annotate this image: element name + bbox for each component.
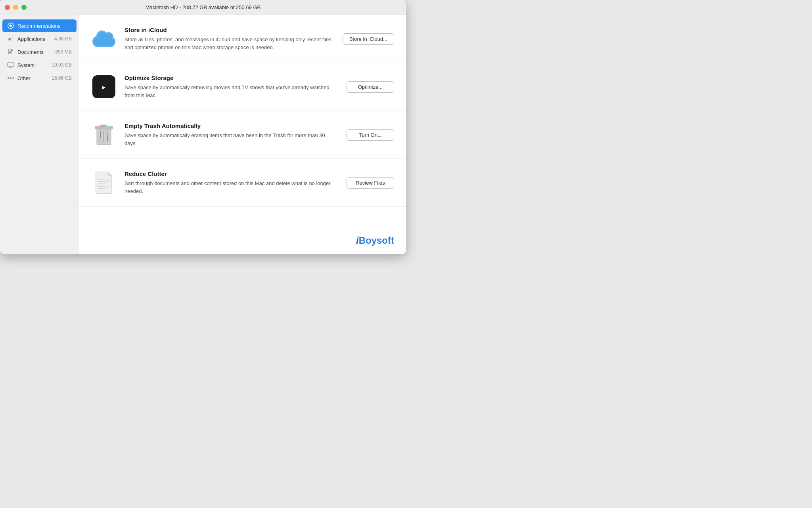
icloud-action: Store in iCloud...: [343, 33, 394, 45]
maximize-button[interactable]: [21, 5, 27, 10]
sidebar: Recommendations Applications 4.36 GB: [0, 15, 79, 254]
icloud-title: Store in iCloud: [124, 27, 335, 33]
sidebar-item-documents[interactable]: Documents 653 MB: [2, 46, 77, 58]
trash-description: Save space by automatically erasing item…: [124, 132, 339, 147]
optimize-button[interactable]: Optimize...: [347, 81, 394, 93]
icloud-button[interactable]: Store in iCloud...: [343, 33, 394, 45]
other-icon: [7, 74, 14, 82]
svg-point-8: [8, 77, 9, 79]
sidebar-item-system[interactable]: System 19.93 GB: [2, 59, 77, 71]
trash-text: Empty Trash Automatically Save space by …: [124, 122, 339, 147]
recommendation-optimize: ▶ Optimize Storage Save space by automat…: [79, 63, 406, 111]
iboysoft-watermark: iBoysoft: [356, 235, 394, 246]
sidebar-item-recommendations[interactable]: Recommendations: [2, 19, 77, 32]
applications-label: Applications: [17, 36, 51, 42]
clutter-action: Review Files: [347, 177, 394, 189]
system-size: 19.93 GB: [52, 62, 72, 68]
documents-label: Documents: [17, 49, 52, 55]
optimize-title: Optimize Storage: [124, 74, 339, 81]
sidebar-item-other[interactable]: Other 16.56 GB: [2, 72, 77, 84]
trash-button[interactable]: Turn On...: [347, 129, 394, 141]
titlebar: Macintosh HD - 208.72 GB available of 25…: [0, 0, 406, 15]
recommendation-icloud: Store in iCloud Store all files, photos,…: [79, 15, 406, 63]
svg-text:▶: ▶: [102, 85, 106, 90]
recommendations-icon: [7, 22, 14, 29]
system-label: System: [17, 62, 48, 68]
applications-size: 4.36 GB: [54, 36, 72, 42]
optimize-text: Optimize Storage Save space by automatic…: [124, 74, 339, 99]
main-container: Recommendations Applications 4.36 GB: [0, 15, 406, 254]
trash-action: Turn On...: [347, 129, 394, 141]
trash-title: Empty Trash Automatically: [124, 122, 339, 129]
recommendations-label: Recommendations: [17, 23, 72, 29]
clutter-text: Reduce Clutter Sort through documents an…: [124, 170, 339, 195]
applications-icon: [7, 35, 14, 42]
sidebar-item-applications[interactable]: Applications 4.36 GB: [2, 32, 77, 45]
iboysoft-text2: Boysoft: [359, 235, 394, 246]
optimize-description: Save space by automatically removing mov…: [124, 84, 339, 99]
icloud-description: Store all files, photos, and messages in…: [124, 36, 335, 51]
svg-point-9: [10, 77, 11, 79]
other-size: 16.56 GB: [52, 75, 72, 81]
svg-rect-5: [8, 63, 14, 67]
clutter-title: Reduce Clutter: [124, 170, 339, 177]
iboysoft-text: i: [356, 235, 359, 246]
system-icon: [7, 61, 14, 69]
svg-point-10: [12, 77, 14, 79]
documents-icon: [7, 48, 14, 55]
appletv-icon: ▶: [91, 74, 117, 99]
icloud-icon: [91, 26, 117, 52]
other-label: Other: [17, 75, 48, 81]
content-area: Store in iCloud Store all files, photos,…: [79, 15, 406, 254]
recommendation-clutter: Reduce Clutter Sort through documents an…: [79, 159, 406, 207]
recommendation-trash: Empty Trash Automatically Save space by …: [79, 111, 406, 159]
clutter-description: Sort through documents and other content…: [124, 180, 339, 195]
window-controls: [5, 5, 27, 10]
clutter-icon: [91, 170, 117, 195]
minimize-button[interactable]: [13, 5, 18, 10]
close-button[interactable]: [5, 5, 10, 10]
documents-size: 653 MB: [56, 49, 72, 55]
window-title: Macintosh HD - 208.72 GB available of 25…: [146, 4, 261, 10]
optimize-action: Optimize...: [347, 81, 394, 93]
trash-icon: [91, 122, 117, 147]
review-files-button[interactable]: Review Files: [347, 177, 394, 189]
icloud-text: Store in iCloud Store all files, photos,…: [124, 27, 335, 51]
